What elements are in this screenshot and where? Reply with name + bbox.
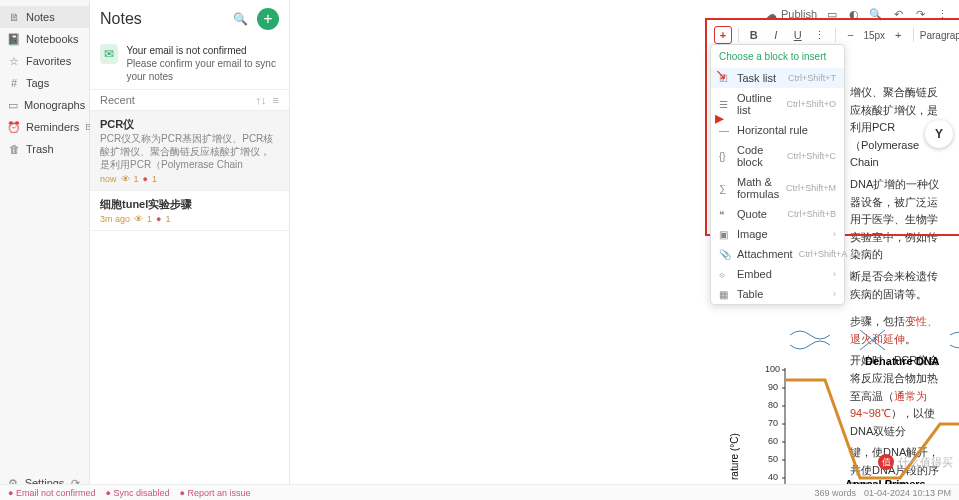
sort-icon[interactable]: ↑↓ (256, 94, 267, 106)
svg-text:90: 90 (768, 382, 778, 392)
hash-icon: # (8, 77, 20, 89)
list-view-icon[interactable]: ≡ (273, 94, 279, 106)
email-banner[interactable]: ✉ Your email is not confirmed Please con… (90, 38, 289, 89)
sidebar-item-reminders[interactable]: ⏰RemindersBeta (0, 116, 89, 138)
sidebar-item-notes[interactable]: 🗎Notes (0, 6, 89, 28)
toc-icon[interactable]: ▭ (825, 7, 839, 21)
note-item[interactable]: PCR仪 PCR仪又称为PCR基因扩增仪、PCR核酸扩增仪、聚合酶链反应核酸扩增… (90, 111, 289, 191)
note-title: 细胞tunel实验步骤 (100, 197, 279, 212)
image-icon: ▣ (719, 229, 731, 240)
dropdown-item-outlinelist[interactable]: ☰Outline listCtrl+Shift+O (711, 88, 844, 120)
attachment-icon: 📎 (719, 249, 731, 260)
dropdown-item-hr[interactable]: —Horizontal rule (711, 120, 844, 140)
bold-button[interactable]: B (745, 26, 763, 44)
undo-icon[interactable]: ↶ (891, 7, 905, 21)
notebook-icon: 📓 (8, 33, 20, 45)
sidebar-item-label: Notes (26, 11, 55, 23)
annotation-arrow-icon: ↘ (715, 67, 727, 81)
svg-text:50: 50 (768, 454, 778, 464)
watermark-icon: 值 (878, 454, 894, 470)
dropdown-item-tasklist[interactable]: ☑Task listCtrl+Shift+T (711, 68, 844, 88)
recent-header: Recent ↑↓≡ (90, 89, 289, 111)
cloud-icon: ● (143, 174, 148, 184)
note-meta: now 👁1 ●1 (100, 174, 279, 184)
sidebar-item-label: Trash (26, 143, 54, 155)
sidebar-item-label: Notebooks (26, 33, 79, 45)
dropdown-item-image[interactable]: ▣Image› (711, 224, 844, 244)
search-icon[interactable]: 🔍 (869, 7, 883, 21)
svg-text:100: 100 (765, 364, 780, 374)
email-banner-subtitle: Please confirm your email to sync your n… (126, 57, 279, 83)
note-title: PCR仪 (100, 117, 279, 132)
search-icon: 🔍 (233, 12, 248, 26)
status-email[interactable]: ● Email not confirmed (8, 488, 95, 498)
underline-button[interactable]: U (789, 26, 807, 44)
font-increase-button[interactable]: + (889, 26, 907, 44)
dropdown-item-quote[interactable]: ❝QuoteCtrl+Shift+B (711, 204, 844, 224)
status-report[interactable]: ● Report an issue (179, 488, 250, 498)
annotation-arrow-icon: ▸ (715, 109, 724, 127)
sidebar-item-label: Favorites (26, 55, 71, 67)
math-icon: ∑ (719, 183, 731, 194)
dropdown-item-table[interactable]: ▦Table› (711, 284, 844, 304)
watermark: 值什么值得买 (878, 454, 953, 470)
publish-button[interactable]: ☁Publish (766, 8, 817, 21)
insert-block-button[interactable]: + (714, 26, 732, 44)
font-size-select[interactable]: 15px (863, 30, 885, 41)
sidebar-item-trash[interactable]: 🗑Trash (0, 138, 89, 160)
chevron-right-icon: › (833, 269, 836, 279)
note-icon: 🗎 (8, 11, 20, 23)
book-icon: ▭ (8, 99, 18, 111)
chevron-right-icon: › (833, 229, 836, 239)
dropdown-item-math[interactable]: ∑Math & formulasCtrl+Shift+M (711, 172, 844, 204)
email-banner-title: Your email is not confirmed (126, 44, 279, 57)
notelist-title: Notes (100, 10, 223, 28)
star-icon: ☆ (8, 55, 20, 67)
sidebar: 🗎Notes 📓Notebooks ☆Favorites #Tags ▭Mono… (0, 0, 90, 500)
bell-icon: ⏰ (8, 121, 20, 133)
status-date: 01-04-2024 10:13 PM (864, 488, 951, 498)
svg-text:80: 80 (768, 400, 778, 410)
status-words: 369 words (814, 488, 856, 498)
code-icon: {} (719, 151, 731, 162)
font-decrease-button[interactable]: − (841, 26, 859, 44)
side-logo[interactable]: Y (925, 120, 953, 148)
svg-text:70: 70 (768, 418, 778, 428)
chevron-right-icon: › (833, 289, 836, 299)
cloud-up-icon: ☁ (766, 8, 777, 21)
dropdown-item-attachment[interactable]: 📎AttachmentCtrl+Shift+A (711, 244, 844, 264)
editor-pane: ☁Publish ▭ ◐ 🔍 ↶ ↷ ⋮ + B I U ⋮ − 15px + … (290, 0, 959, 500)
focus-icon[interactable]: ◐ (847, 7, 861, 21)
add-note-button[interactable]: + (257, 8, 279, 30)
dropdown-item-embed[interactable]: ⟐Embed› (711, 264, 844, 284)
eye-icon: 👁 (134, 214, 143, 224)
redo-icon[interactable]: ↷ (913, 7, 927, 21)
envelope-icon: ✉ (100, 44, 118, 64)
dropdown-item-codeblock[interactable]: {}Code blockCtrl+Shift+C (711, 140, 844, 172)
sidebar-item-monographs[interactable]: ▭Monographs (0, 94, 89, 116)
table-icon: ▦ (719, 289, 731, 300)
sidebar-item-label: Reminders (26, 121, 79, 133)
sidebar-item-favorites[interactable]: ☆Favorites (0, 50, 89, 72)
trash-icon: 🗑 (8, 143, 20, 155)
paragraph-select[interactable]: Paragraph ▾ (920, 30, 959, 41)
sidebar-item-label: Monographs (24, 99, 85, 111)
search-button[interactable]: 🔍 (229, 8, 251, 30)
text-more-button[interactable]: ⋮ (811, 26, 829, 44)
cloud-icon: ● (156, 214, 161, 224)
svg-text:40: 40 (768, 472, 778, 482)
sidebar-item-notebooks[interactable]: 📓Notebooks (0, 28, 89, 50)
embed-icon: ⟐ (719, 269, 731, 280)
italic-button[interactable]: I (767, 26, 785, 44)
status-sync[interactable]: ● Sync disabled (105, 488, 169, 498)
more-icon[interactable]: ⋮ (935, 7, 949, 21)
dropdown-header: Choose a block to insert (711, 45, 844, 68)
sidebar-item-tags[interactable]: #Tags (0, 72, 89, 94)
note-list-panel: Notes 🔍 + ✉ Your email is not confirmed … (90, 0, 290, 500)
chart-label-denature: Denature DNA (865, 355, 940, 367)
plus-icon: + (263, 10, 272, 28)
status-bar: ● Email not confirmed ● Sync disabled ● … (0, 484, 959, 500)
note-meta: 3m ago 👁1 ●1 (100, 214, 279, 224)
note-item[interactable]: 细胞tunel实验步骤 3m ago 👁1 ●1 (90, 191, 289, 231)
note-preview: PCR仪又称为PCR基因扩增仪、PCR核酸扩增仪、聚合酶链反应核酸扩增仪，是利用… (100, 132, 279, 172)
